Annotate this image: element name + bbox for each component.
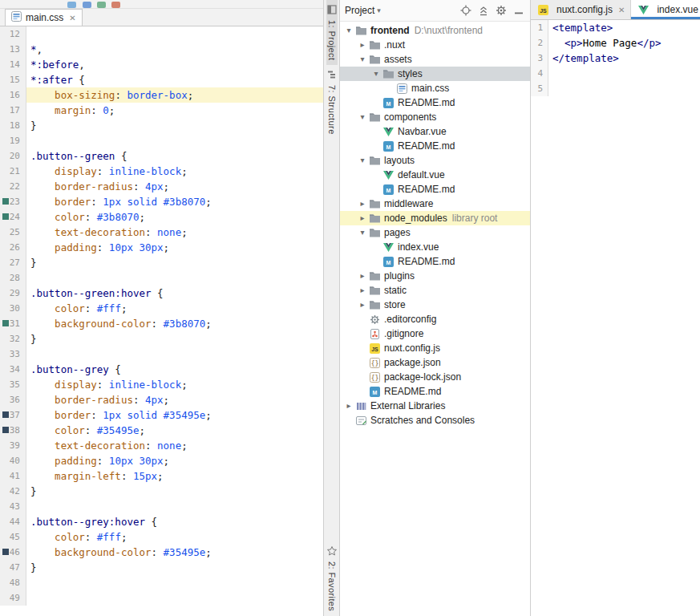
code-text[interactable]: text-decoration: none; xyxy=(26,438,323,453)
code-text[interactable]: padding: 10px 30px; xyxy=(26,240,323,255)
tree-item-navbar-vue[interactable]: Navbar.vue xyxy=(340,124,530,139)
code-line[interactable]: 36 border-radius: 4px; xyxy=(0,392,323,407)
code-line[interactable]: 26 padding: 10px 30px; xyxy=(0,240,323,255)
code-text[interactable]: margin-left: 15px; xyxy=(26,468,323,484)
code-line[interactable]: 45 color: #fff; xyxy=(0,529,323,545)
tree-item-readme-md[interactable]: MREADME.md xyxy=(340,95,530,110)
tree-item-scratches-and-consoles[interactable]: Scratches and Consoles xyxy=(340,413,530,428)
code-text[interactable]: <template> xyxy=(548,20,700,35)
code-line[interactable]: 38 color: #35495e; xyxy=(0,423,323,438)
code-text[interactable] xyxy=(26,133,323,148)
code-line[interactable]: 22 border-radius: 4px; xyxy=(0,179,323,194)
tab-nuxt-config-js[interactable]: JSnuxt.config.js✕ xyxy=(531,0,631,19)
code-line[interactable]: 30 color: #fff; xyxy=(0,301,323,316)
color-swatch[interactable] xyxy=(2,411,9,418)
code-text[interactable]: background-color: #35495e; xyxy=(26,545,323,560)
settings-gear-icon[interactable] xyxy=(495,4,508,17)
code-text[interactable]: .button--grey { xyxy=(26,362,323,377)
code-text[interactable]: .button--green { xyxy=(26,148,323,164)
tree-toggle-icon[interactable]: ▸ xyxy=(357,211,368,225)
tree-item-external-libraries[interactable]: ▸External Libraries xyxy=(340,399,530,413)
stripe-project-button[interactable]: 1: Project xyxy=(326,0,338,65)
code-text[interactable]: display: inline-block; xyxy=(26,377,323,392)
code-text[interactable]: *:before, xyxy=(26,57,323,72)
code-line[interactable]: 41 margin-left: 15px; xyxy=(0,468,323,484)
tree-toggle-icon[interactable]: ▾ xyxy=(370,67,382,81)
code-text[interactable]: display: inline-block; xyxy=(26,164,323,179)
code-text[interactable] xyxy=(26,270,323,286)
tree-item-components[interactable]: ▾components xyxy=(340,110,530,124)
toolbar-icon-fragment[interactable] xyxy=(97,2,106,8)
tree-item-layouts[interactable]: ▾layouts xyxy=(340,153,530,168)
toolbar-icon-fragment[interactable] xyxy=(67,2,76,8)
code-text[interactable]: border-radius: 4px; xyxy=(26,392,323,407)
tree-toggle-icon[interactable]: ▾ xyxy=(343,23,354,38)
code-text[interactable] xyxy=(26,575,323,590)
code-line[interactable]: 21 display: inline-block; xyxy=(0,164,323,179)
code-line[interactable]: 12 xyxy=(0,26,323,42)
code-line[interactable]: 43 xyxy=(0,499,323,514)
stripe-favorites-button[interactable]: 2: Favorites xyxy=(326,541,338,616)
code-line[interactable]: 44.button--grey:hover { xyxy=(0,514,323,529)
code-text[interactable]: color: #fff; xyxy=(26,529,323,545)
tree-toggle-icon[interactable]: ▾ xyxy=(357,52,368,67)
code-line[interactable]: 16 box-sizing: border-box; xyxy=(0,87,323,103)
right-editor[interactable]: 1<template>2 <p>Home Page</p>3</template… xyxy=(531,20,700,616)
tree-item-readme-md[interactable]: MREADME.md xyxy=(340,384,530,399)
code-line[interactable]: 14*:before, xyxy=(0,57,323,72)
tree-item-pages[interactable]: ▾pages xyxy=(340,225,530,240)
code-line[interactable]: 1<template> xyxy=(531,20,700,35)
color-swatch[interactable] xyxy=(2,213,9,220)
code-line[interactable]: 34.button--grey { xyxy=(0,362,323,377)
toolbar-icon-fragment[interactable] xyxy=(111,2,120,8)
code-text[interactable]: } xyxy=(26,560,323,575)
tree-item-nuxt-config-js[interactable]: JSnuxt.config.js xyxy=(340,341,530,355)
code-line[interactable]: 46 background-color: #35495e; xyxy=(0,545,323,560)
code-line[interactable]: 18} xyxy=(0,118,323,133)
code-text[interactable]: .button--green:hover { xyxy=(26,286,323,301)
color-swatch[interactable] xyxy=(2,549,9,555)
code-line[interactable]: 17 margin: 0; xyxy=(0,103,323,118)
code-line[interactable]: 29.button--green:hover { xyxy=(0,286,323,301)
code-text[interactable]: } xyxy=(26,484,323,499)
code-text[interactable] xyxy=(26,346,323,362)
code-line[interactable]: 24 color: #3b8070; xyxy=(0,209,323,225)
code-text[interactable] xyxy=(26,26,323,42)
left-editor[interactable]: 1213*,14*:before,15*:after {16 box-sizin… xyxy=(0,26,323,616)
code-line[interactable]: 20.button--green { xyxy=(0,148,323,164)
code-line[interactable]: 33 xyxy=(0,346,323,362)
code-text[interactable] xyxy=(548,81,700,96)
code-text[interactable]: color: #35495e; xyxy=(26,423,323,438)
color-swatch[interactable] xyxy=(2,320,9,326)
code-text[interactable]: border: 1px solid #3b8070; xyxy=(26,194,323,209)
code-text[interactable]: } xyxy=(26,118,323,133)
tree-item-styles[interactable]: ▾styles xyxy=(340,67,530,81)
code-text[interactable]: } xyxy=(26,255,323,270)
hide-icon[interactable] xyxy=(512,4,525,17)
code-text[interactable] xyxy=(548,66,700,81)
tree-toggle-icon[interactable]: ▸ xyxy=(357,269,368,283)
stripe-structure-button[interactable]: 7: Structure xyxy=(326,65,338,140)
code-line[interactable]: 2 <p>Home Page</p> xyxy=(531,35,700,51)
toolbar-icon-fragment[interactable] xyxy=(83,2,91,8)
tree-item-readme-md[interactable]: MREADME.md xyxy=(340,254,530,269)
code-line[interactable]: 35 display: inline-block; xyxy=(0,377,323,392)
tree-item-store[interactable]: ▸store xyxy=(340,298,530,312)
code-line[interactable]: 5 xyxy=(531,81,700,96)
code-line[interactable]: 42} xyxy=(0,484,323,499)
close-icon[interactable]: ✕ xyxy=(618,6,625,14)
tree-item-assets[interactable]: ▾assets xyxy=(340,52,530,67)
tree-item-node-modules[interactable]: ▸node_moduleslibrary root xyxy=(340,211,530,225)
code-text[interactable]: color: #fff; xyxy=(26,301,323,316)
code-line[interactable]: 37 border: 1px solid #35495e; xyxy=(0,407,323,423)
color-swatch[interactable] xyxy=(2,198,9,205)
code-text[interactable]: border-radius: 4px; xyxy=(26,179,323,194)
code-line[interactable]: 23 border: 1px solid #3b8070; xyxy=(0,194,323,209)
code-text[interactable]: *:after { xyxy=(26,72,323,87)
code-text[interactable]: box-sizing: border-box; xyxy=(26,87,323,103)
tree-item-frontend[interactable]: ▾frontendD:\nuxt\frontend xyxy=(340,23,530,38)
color-swatch[interactable] xyxy=(2,427,9,433)
tree-item--gitignore[interactable]: .gitignore xyxy=(340,326,530,341)
code-text[interactable] xyxy=(26,499,323,514)
code-text[interactable]: border: 1px solid #35495e; xyxy=(26,407,323,423)
